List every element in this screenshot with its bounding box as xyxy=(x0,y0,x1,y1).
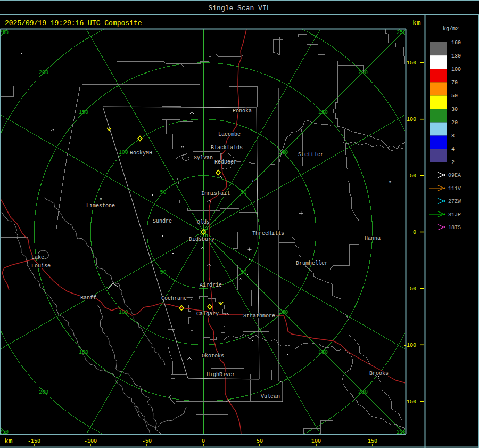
svg-text:50: 50 xyxy=(451,93,458,99)
svg-text:Hanna: Hanna xyxy=(365,235,381,241)
svg-text:Brooks: Brooks xyxy=(369,371,389,377)
svg-text:20: 20 xyxy=(451,120,458,126)
svg-text:0: 0 xyxy=(202,438,205,444)
svg-text:50: 50 xyxy=(410,173,416,179)
svg-text:100: 100 xyxy=(278,150,288,156)
svg-text:150: 150 xyxy=(407,60,416,66)
svg-text:200: 200 xyxy=(358,389,368,395)
svg-text:250: 250 xyxy=(0,30,9,36)
svg-text:Drumheller: Drumheller xyxy=(296,260,328,266)
svg-text:RedDeer: RedDeer xyxy=(214,159,237,165)
svg-text:2: 2 xyxy=(451,160,455,166)
svg-text:150: 150 xyxy=(79,110,88,116)
svg-text:70: 70 xyxy=(451,80,458,86)
svg-text:-100: -100 xyxy=(84,438,97,444)
svg-text:-50: -50 xyxy=(407,286,416,292)
svg-text:50: 50 xyxy=(160,190,167,196)
svg-text:150: 150 xyxy=(79,349,88,355)
svg-text:Lacombe: Lacombe xyxy=(218,132,241,137)
svg-text:50: 50 xyxy=(257,438,263,444)
svg-text:250: 250 xyxy=(397,30,406,36)
svg-text:150: 150 xyxy=(318,349,328,355)
svg-text:Ponoka: Ponoka xyxy=(233,108,252,114)
svg-text:0: 0 xyxy=(413,230,416,235)
svg-text:30: 30 xyxy=(451,107,458,112)
svg-text:Louise: Louise xyxy=(31,263,51,269)
svg-text:100: 100 xyxy=(119,150,128,156)
svg-text:Didsbury: Didsbury xyxy=(189,237,214,242)
svg-text:kg/m2: kg/m2 xyxy=(443,26,459,32)
svg-text:09EA: 09EA xyxy=(448,173,461,178)
svg-text:Lake: Lake xyxy=(31,255,44,260)
svg-text:Sylvan: Sylvan xyxy=(194,155,213,161)
svg-text:*: * xyxy=(99,198,102,203)
svg-text:50: 50 xyxy=(240,190,246,196)
svg-text:100: 100 xyxy=(407,117,416,123)
svg-text:200: 200 xyxy=(39,389,48,395)
svg-text:ThreeHills: ThreeHills xyxy=(252,231,284,237)
svg-text:18TS: 18TS xyxy=(448,225,461,231)
svg-text:Banff: Banff xyxy=(80,295,96,301)
svg-text:100: 100 xyxy=(278,309,288,315)
svg-text:Airdrie: Airdrie xyxy=(200,282,222,288)
svg-text:150: 150 xyxy=(318,110,328,116)
svg-text:31JP: 31JP xyxy=(448,212,461,218)
svg-text:27ZW: 27ZW xyxy=(448,199,461,205)
svg-text:Vulcan: Vulcan xyxy=(261,394,280,400)
svg-text:200: 200 xyxy=(39,70,48,76)
svg-text:km: km xyxy=(4,437,13,445)
svg-text:150: 150 xyxy=(368,438,377,444)
svg-text:-150: -150 xyxy=(28,438,40,444)
svg-text:8: 8 xyxy=(451,133,455,139)
svg-text:*: * xyxy=(389,181,392,186)
svg-text:RockyMH: RockyMH xyxy=(130,150,152,156)
svg-text:-150: -150 xyxy=(403,399,416,405)
svg-text:100: 100 xyxy=(311,438,321,444)
svg-text:2025/09/19 19:29:16 UTC Compos: 2025/09/19 19:29:16 UTC Composite xyxy=(5,19,142,27)
svg-text:50: 50 xyxy=(240,270,246,275)
svg-text:Limestone: Limestone xyxy=(86,203,115,209)
svg-text:Okotoks: Okotoks xyxy=(202,353,224,359)
svg-text:Strathmore: Strathmore xyxy=(243,313,275,319)
svg-text:*: * xyxy=(251,180,254,186)
svg-text:160: 160 xyxy=(451,40,461,46)
svg-text:Cochrane: Cochrane xyxy=(161,296,187,302)
svg-text:100: 100 xyxy=(451,67,461,72)
svg-text:Olds: Olds xyxy=(197,219,210,225)
svg-text:130: 130 xyxy=(451,53,461,59)
svg-text:km: km xyxy=(412,19,421,27)
svg-text:Blackfalds: Blackfalds xyxy=(211,145,243,151)
svg-text:Sundre: Sundre xyxy=(153,218,172,224)
svg-text:-100: -100 xyxy=(403,343,416,348)
svg-text:Innisfail: Innisfail xyxy=(201,191,230,197)
svg-text:50: 50 xyxy=(160,270,167,275)
svg-text:-50: -50 xyxy=(142,438,152,444)
svg-text:HighRiver: HighRiver xyxy=(207,372,235,378)
svg-text:Stettler: Stettler xyxy=(298,152,324,158)
svg-text:4: 4 xyxy=(451,146,455,152)
svg-text:Calgary: Calgary xyxy=(196,311,219,317)
svg-text:111V: 111V xyxy=(448,186,461,192)
svg-text:Single_Scan_VIL: Single_Scan_VIL xyxy=(208,4,270,12)
